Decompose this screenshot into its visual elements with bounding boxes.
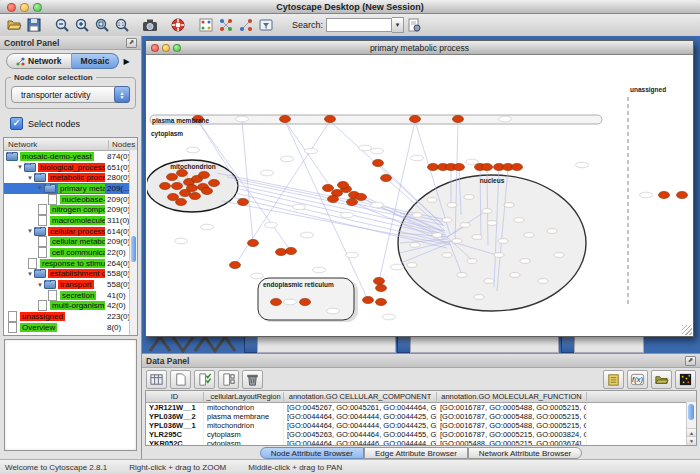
tree-row-transport[interactable]: ▼transport558(0) (4, 279, 137, 290)
window-resize-grip[interactable] (682, 325, 692, 335)
network-node[interactable] (238, 198, 249, 205)
tree-row-mosaic-demo-yeast[interactable]: mosaic-demo-yeast874(0) (4, 151, 137, 162)
network-node[interactable] (176, 198, 187, 205)
network-node-label-pill[interactable] (410, 243, 420, 248)
network-node-label-pill[interactable] (554, 253, 564, 258)
network-node[interactable] (167, 173, 178, 180)
cell[interactable]: YLR295C (146, 430, 204, 439)
network-node-label-pill[interactable] (457, 273, 467, 278)
tree-row-nitrogen-compo[interactable]: nitrogen compo209(0) (4, 204, 137, 215)
network-node[interactable] (428, 163, 439, 170)
attribute-editor-icon[interactable] (603, 370, 624, 389)
cell[interactable]: cytoplasm (204, 430, 284, 439)
network-node[interactable] (286, 247, 297, 254)
network-node[interactable] (187, 184, 198, 191)
network-node[interactable] (209, 179, 220, 186)
tree-scrollbar[interactable] (129, 150, 137, 335)
tree-column-network[interactable]: Network (4, 140, 109, 149)
cell[interactable]: YKR052C (146, 439, 204, 446)
network-node-label-pill[interactable] (576, 162, 589, 168)
network-node[interactable] (323, 184, 334, 191)
network-node-label-pill[interactable] (514, 218, 524, 223)
network-node-label-pill[interactable] (467, 259, 477, 264)
network-node[interactable] (659, 191, 670, 198)
network-node[interactable] (453, 115, 464, 122)
network-node[interactable] (373, 159, 384, 166)
table-row-YPL036W__1[interactable]: YPL036W__1mitochondrion[GO:0044464, GO:0… (146, 421, 696, 430)
tab-node-attribute-browser[interactable]: Node Attribute Browser (260, 447, 364, 459)
column-header-2[interactable]: annotation.GO CELLULAR_COMPONENT (284, 392, 437, 401)
table-scrollbar-thumb[interactable] (688, 404, 694, 420)
network-node[interactable] (160, 182, 171, 189)
close-window-icon[interactable] (7, 3, 16, 12)
more-tabs-arrow-icon[interactable]: ▶ (123, 57, 129, 66)
expander-icon[interactable]: ▼ (36, 282, 44, 288)
cell[interactable]: [GO:0045263, GO:0044464, GO:0044455, G..… (284, 430, 437, 439)
network-node-label-pill[interactable] (482, 209, 492, 214)
minimize-window-icon[interactable] (20, 3, 29, 12)
network-node-label-pill[interactable] (442, 218, 452, 223)
select-attributes-icon[interactable] (194, 370, 215, 389)
cell[interactable]: [GO:0016787, GO:0005215, GO:0003824, G..… (437, 430, 587, 439)
search-dropdown-arrow-icon[interactable]: ▼ (392, 17, 404, 33)
network-node-label-pill[interactable] (251, 273, 264, 279)
tree-row-cellular-process[interactable]: ▼cellular process614(0) (4, 226, 137, 237)
network-node[interactable] (230, 261, 241, 268)
network-node[interactable] (376, 284, 387, 291)
network-edge[interactable] (285, 121, 368, 300)
network-node[interactable] (338, 181, 349, 188)
network-node-label-pill[interactable] (487, 221, 497, 226)
network-node[interactable] (190, 192, 201, 199)
network-node-label-pill[interactable] (346, 252, 359, 258)
network-node-label-pill[interactable] (442, 253, 452, 258)
network-node-label-pill[interactable] (484, 279, 494, 284)
table-row-YLR295C[interactable]: YLR295Ccytoplasm[GO:0045263, GO:0044464,… (146, 430, 696, 439)
zoom-window-icon[interactable] (33, 3, 42, 12)
plasma-membrane-region[interactable] (150, 115, 602, 124)
network-node[interactable] (177, 169, 188, 176)
network-node-label-pill[interactable] (284, 299, 297, 305)
filter-box-icon[interactable] (256, 16, 276, 35)
table-row-YPL036W__2[interactable]: YPL036W__2plasma membrane[GO:0044464, GO… (146, 412, 696, 421)
network-node[interactable] (356, 193, 367, 200)
import-network-a-icon[interactable] (216, 16, 236, 35)
import-attributes-icon[interactable] (651, 370, 672, 389)
table-row-YJR121W__1[interactable]: YJR121W__1mitochondrion[GO:0045267, GO:0… (146, 403, 696, 412)
network-node-label-pill[interactable] (547, 229, 557, 234)
expander-icon[interactable]: ▼ (26, 228, 34, 234)
attribute-document-icon[interactable] (404, 16, 424, 35)
close-view-icon[interactable] (151, 44, 159, 52)
network-node-label-pill[interactable] (261, 170, 274, 176)
birds-eye-view[interactable] (4, 339, 137, 451)
cell[interactable]: [GO:0005488, GO:0005215, GO:0003674] (437, 439, 587, 446)
tab-network[interactable]: Network (6, 53, 72, 69)
network-node-label-pill[interactable] (464, 195, 474, 200)
cell[interactable]: mitochondrion (204, 421, 284, 430)
network-node[interactable] (347, 198, 358, 205)
column-header-1[interactable]: _cellularLayoutRegion (204, 392, 284, 401)
network-node[interactable] (276, 248, 287, 255)
network-node-label-pill[interactable] (460, 223, 470, 228)
tree-row-unassigned[interactable]: unassigned223(0) (4, 311, 137, 322)
cell[interactable]: [GO:0044464, GO:0044444, GO:0044425, G..… (284, 412, 437, 421)
expander-icon[interactable]: ▼ (36, 185, 44, 191)
zoom-out-icon[interactable] (52, 16, 72, 35)
network-node[interactable] (280, 115, 291, 122)
column-header-0[interactable]: ID (146, 392, 204, 401)
unselect-attributes-icon[interactable] (218, 370, 239, 389)
function-builder-icon[interactable]: f(x) (627, 370, 648, 389)
network-node-label-pill[interactable] (538, 279, 548, 284)
table-mode-icon[interactable] (146, 370, 167, 389)
tree-row-response-to-stimulu[interactable]: response to stimulu264(0) (4, 258, 137, 269)
tree-row-establishment-of-lo[interactable]: ▼establishment of lo558(0) (4, 269, 137, 280)
tree-column-nodes[interactable]: Nodes (109, 140, 135, 149)
zoom-view-icon[interactable] (173, 44, 181, 52)
network-node-label-pill[interactable] (510, 273, 520, 278)
cell[interactable]: [GO:0016787, GO:0005488, GO:0005215, G..… (437, 412, 587, 421)
save-session-icon[interactable] (24, 16, 44, 35)
table-scrollbar[interactable]: ▲ ▼ (686, 402, 696, 445)
float-data-panel-icon[interactable]: ⬈ (685, 356, 696, 366)
cell[interactable]: YPL036W__1 (146, 421, 204, 430)
network-node-label-pill[interactable] (371, 148, 384, 154)
network-node-label-pill[interactable] (524, 233, 534, 238)
